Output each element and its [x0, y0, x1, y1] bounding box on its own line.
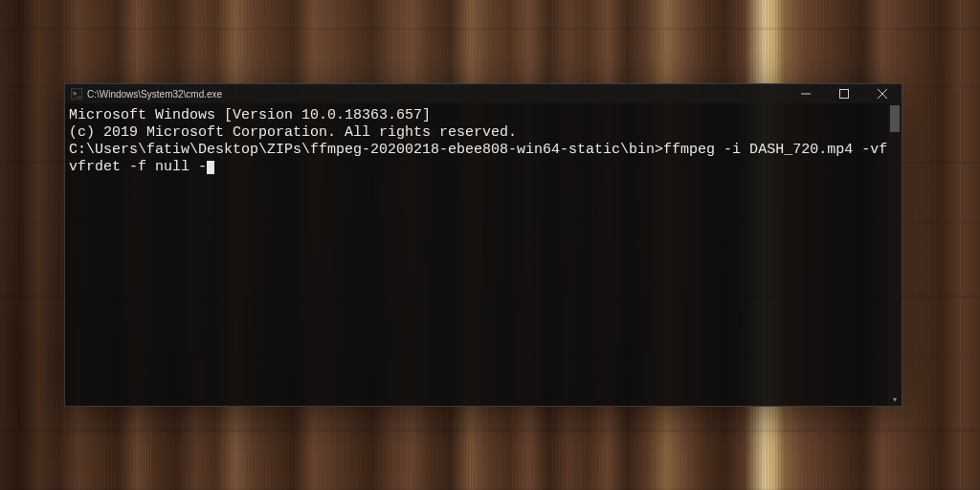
prompt-text: C:\Users\fatiw\Desktop\ZIPs\ffmpeg-20200… [69, 142, 663, 158]
scrollbar-down-icon[interactable]: ▾ [888, 392, 902, 406]
version-line: Microsoft Windows [Version 10.0.18363.65… [69, 107, 896, 124]
cmd-window: >_ C:\Windows\System32\cmd.exe Microsoft… [64, 83, 902, 407]
close-button[interactable] [863, 84, 902, 103]
scrollbar[interactable]: ▾ [888, 103, 902, 406]
copyright-line: (c) 2019 Microsoft Corporation. All righ… [69, 124, 896, 142]
svg-rect-3 [840, 90, 849, 99]
terminal-output[interactable]: Microsoft Windows [Version 10.0.18363.65… [65, 103, 902, 406]
svg-text:>_: >_ [73, 90, 81, 98]
close-icon [878, 89, 887, 99]
scrollbar-thumb[interactable] [890, 105, 900, 132]
minimize-icon [801, 89, 811, 99]
maximize-icon [839, 89, 849, 99]
maximize-button[interactable] [825, 84, 863, 103]
minimize-button[interactable] [787, 84, 825, 103]
cursor [207, 161, 214, 174]
titlebar[interactable]: >_ C:\Windows\System32\cmd.exe [65, 84, 902, 103]
cmd-icon: >_ [71, 88, 82, 100]
window-title: C:\Windows\System32\cmd.exe [87, 89, 222, 100]
